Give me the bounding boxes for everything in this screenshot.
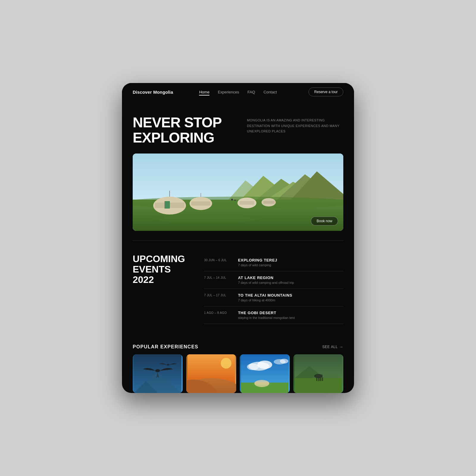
navbar-cta: Reserve a tour [291, 87, 343, 96]
experience-card-3[interactable]: ♡ [240, 354, 290, 393]
experience-card-2[interactable]: ♡ [186, 354, 236, 393]
event-item[interactable]: 7 JUL – 17 JUL TO THE ALTAI MOUNTAINS 7 … [204, 289, 343, 306]
svg-rect-46 [321, 375, 322, 378]
svg-rect-49 [320, 378, 321, 381]
event-name: THE GOBI DESERT [238, 311, 295, 315]
event-desc: 7 days of hiking at 4000m [238, 298, 292, 302]
svg-point-21 [234, 199, 236, 201]
event-name: EXPLORING TEREJ [238, 258, 277, 262]
card-3-svg [240, 354, 290, 393]
event-info: TO THE ALTAI MOUNTAINS 7 days of hiking … [238, 293, 292, 302]
hero-subtitle: MONGOLIA IS AN AMAZING AND INTERESTING D… [247, 115, 343, 134]
event-date: 7 JUL – 17 JUL [204, 293, 231, 297]
popular-title: POPULAR EXPERIENCES [133, 344, 198, 350]
svg-point-22 [153, 215, 260, 223]
brand-logo: Discover Mongolia [133, 90, 185, 95]
nav-item-home[interactable]: Home [199, 89, 209, 95]
event-date: 7 JUL – 14 JUL [204, 275, 231, 279]
svg-rect-12 [165, 201, 170, 209]
event-date: 1 AGO – 8 AGO [204, 311, 231, 314]
book-now-button[interactable]: Book now [311, 217, 338, 226]
popular-header: POPULAR EXPERIENCES SEE ALL → [133, 344, 343, 350]
svg-point-31 [221, 358, 231, 369]
popular-section: POPULAR EXPERIENCES SEE ALL → ♡ [122, 335, 354, 393]
hero-section: NEVER STOP EXPLORING MONGOLIA IS AN AMAZ… [122, 101, 354, 240]
nav-item-experiences[interactable]: Experiences [218, 89, 239, 95]
event-item[interactable]: 1 AGO – 8 AGO THE GOBI DESERT staying in… [204, 306, 343, 324]
svg-rect-14 [191, 201, 210, 206]
hero-title: NEVER STOP EXPLORING [133, 115, 229, 145]
nav-links: Home Experiences FAQ Contact [185, 89, 291, 95]
card-1-svg [133, 354, 183, 393]
event-name: AT LAKE REGION [238, 275, 294, 280]
hero-text-row: NEVER STOP EXPLORING MONGOLIA IS AN AMAZ… [133, 115, 343, 145]
event-item[interactable]: 7 JUL – 14 JUL AT LAKE REGION 7 days of … [204, 271, 343, 289]
svg-point-37 [280, 359, 288, 364]
card-2-svg [186, 354, 236, 393]
see-all-link[interactable]: SEE ALL → [322, 345, 343, 349]
nav-item-contact[interactable]: Contact [264, 89, 277, 95]
svg-point-34 [257, 361, 272, 369]
event-desc: 7 days of wild camping [238, 263, 277, 267]
svg-point-25 [167, 364, 170, 366]
event-info: EXPLORING TEREJ 7 days of wild camping [238, 258, 277, 267]
svg-rect-48 [318, 378, 320, 381]
svg-rect-47 [316, 378, 317, 381]
experience-card-4[interactable]: ♡ [293, 354, 343, 393]
svg-point-20 [231, 199, 233, 201]
card-4-svg [293, 354, 343, 393]
svg-point-24 [155, 369, 160, 372]
experience-cards: ♡ [133, 354, 343, 393]
arrow-icon: → [339, 345, 343, 349]
events-list: 30 JUN – 6 JUL EXPLORING TEREJ 7 days of… [204, 254, 343, 324]
device-frame: Discover Mongolia Home Experiences FAQ C… [122, 83, 354, 393]
experience-card-1[interactable]: ♡ [133, 354, 183, 393]
hero-image: Book now [133, 154, 343, 231]
event-info: AT LAKE REGION 7 days of wild camping an… [238, 275, 294, 284]
svg-rect-40 [255, 382, 269, 385]
event-item[interactable]: 30 JUN – 6 JUL EXPLORING TEREJ 7 days of… [204, 254, 343, 271]
events-title: UPCOMING EVENTS 2022 [133, 254, 192, 324]
events-section: UPCOMING EVENTS 2022 30 JUN – 6 JUL EXPL… [122, 241, 354, 335]
event-date: 30 JUN – 6 JUL [204, 258, 231, 262]
svg-rect-50 [322, 378, 323, 381]
svg-rect-17 [239, 201, 254, 205]
event-info: THE GOBI DESERT staying in the tradition… [238, 311, 295, 320]
svg-point-35 [247, 364, 259, 370]
svg-rect-19 [263, 201, 275, 204]
event-desc: staying in the traditional mongolian ten… [238, 316, 295, 320]
navbar: Discover Mongolia Home Experiences FAQ C… [122, 83, 354, 101]
event-desc: 7 days of wild camping and offroad trip [238, 281, 294, 284]
event-name: TO THE ALTAI MOUNTAINS [238, 293, 292, 298]
reserve-tour-button[interactable]: Reserve a tour [309, 87, 343, 96]
nav-item-faq[interactable]: FAQ [248, 89, 255, 95]
